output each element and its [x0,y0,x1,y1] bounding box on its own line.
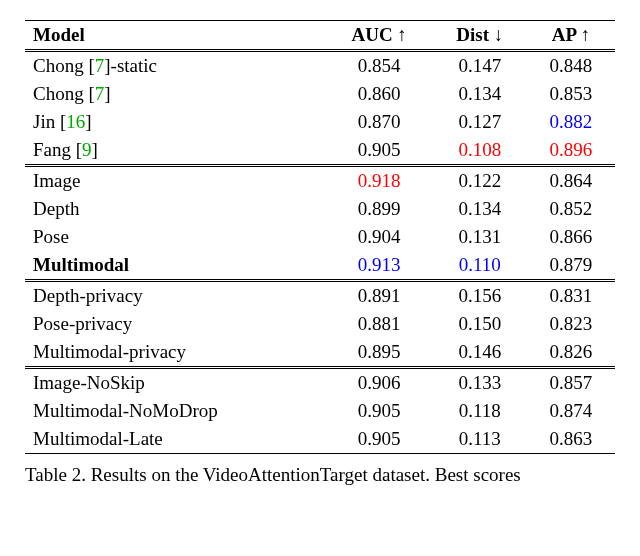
table-row: Image0.9180.1220.864 [25,166,615,196]
cell-auc: 0.895 [326,338,433,368]
cell-model: Image [25,166,326,196]
table-row: Chong [7]-static0.8540.1470.848 [25,51,615,81]
cell-dist: 0.133 [433,368,527,398]
table-row: Pose-privacy0.8810.1500.823 [25,310,615,338]
cell-model: Multimodal [25,251,326,281]
cell-dist: 0.156 [433,281,527,311]
model-text: Image-NoSkip [33,372,145,393]
table-row: Multimodal0.9130.1100.879 [25,251,615,281]
cell-model: Multimodal-privacy [25,338,326,368]
col-ap: AP ↑ [527,21,615,51]
cell-auc: 0.913 [326,251,433,281]
col-auc: AUC ↑ [326,21,433,51]
cell-ap: 0.853 [527,80,615,108]
cell-dist: 0.134 [433,195,527,223]
cell-dist: 0.134 [433,80,527,108]
model-text: Jin [ [33,111,66,132]
cell-dist: 0.118 [433,397,527,425]
cell-ap: 0.848 [527,51,615,81]
cell-model: Pose-privacy [25,310,326,338]
cell-auc: 0.854 [326,51,433,81]
model-text: Multimodal-NoMoDrop [33,400,218,421]
cell-model: Jin [16] [25,108,326,136]
table-caption: Table 2. Results on the VideoAttentionTa… [25,464,615,486]
cell-dist: 0.110 [433,251,527,281]
cell-ap: 0.879 [527,251,615,281]
model-text: ]-static [104,55,157,76]
model-text: Image [33,170,80,191]
table-header-row: Model AUC ↑ Dist ↓ AP ↑ [25,21,615,51]
cell-auc: 0.904 [326,223,433,251]
cell-ap: 0.857 [527,368,615,398]
citation-link[interactable]: 7 [95,55,105,76]
cell-auc: 0.881 [326,310,433,338]
cell-ap: 0.826 [527,338,615,368]
col-dist: Dist ↓ [433,21,527,51]
cell-auc: 0.905 [326,397,433,425]
table-row: Pose0.9040.1310.866 [25,223,615,251]
cell-ap: 0.863 [527,425,615,454]
cell-ap: 0.864 [527,166,615,196]
model-text: ] [104,83,110,104]
cell-auc: 0.905 [326,136,433,166]
cell-model: Fang [9] [25,136,326,166]
cell-ap: 0.831 [527,281,615,311]
results-table: Model AUC ↑ Dist ↓ AP ↑ Chong [7]-static… [25,20,615,454]
cell-model: Multimodal-Late [25,425,326,454]
table-row: Image-NoSkip0.9060.1330.857 [25,368,615,398]
cell-dist: 0.113 [433,425,527,454]
table-row: Multimodal-Late0.9050.1130.863 [25,425,615,454]
table-row: Multimodal-privacy0.8950.1460.826 [25,338,615,368]
model-text: Multimodal-privacy [33,341,186,362]
table-row: Chong [7]0.8600.1340.853 [25,80,615,108]
citation-link[interactable]: 7 [95,83,105,104]
model-text: Chong [ [33,83,95,104]
cell-ap: 0.882 [527,108,615,136]
col-model: Model [25,21,326,51]
cell-ap: 0.866 [527,223,615,251]
model-text: Depth [33,198,79,219]
model-text: Depth-privacy [33,285,143,306]
table-row: Depth-privacy0.8910.1560.831 [25,281,615,311]
cell-model: Pose [25,223,326,251]
cell-dist: 0.131 [433,223,527,251]
cell-auc: 0.918 [326,166,433,196]
model-text: Multimodal [33,254,129,275]
cell-auc: 0.860 [326,80,433,108]
cell-model: Chong [7]-static [25,51,326,81]
model-text: Fang [ [33,139,82,160]
citation-link[interactable]: 9 [82,139,92,160]
model-text: Pose [33,226,69,247]
model-text: Multimodal-Late [33,428,163,449]
cell-dist: 0.147 [433,51,527,81]
cell-ap: 0.823 [527,310,615,338]
cell-dist: 0.146 [433,338,527,368]
cell-ap: 0.852 [527,195,615,223]
model-text: Pose-privacy [33,313,132,334]
cell-ap: 0.896 [527,136,615,166]
cell-dist: 0.108 [433,136,527,166]
model-text: ] [92,139,98,160]
cell-model: Image-NoSkip [25,368,326,398]
table-row: Fang [9]0.9050.1080.896 [25,136,615,166]
cell-auc: 0.891 [326,281,433,311]
cell-dist: 0.122 [433,166,527,196]
cell-auc: 0.899 [326,195,433,223]
table-row: Jin [16]0.8700.1270.882 [25,108,615,136]
cell-auc: 0.870 [326,108,433,136]
cell-model: Depth [25,195,326,223]
cell-model: Depth-privacy [25,281,326,311]
cell-dist: 0.127 [433,108,527,136]
model-text: ] [85,111,91,132]
cell-ap: 0.874 [527,397,615,425]
cell-model: Chong [7] [25,80,326,108]
cell-auc: 0.905 [326,425,433,454]
cell-auc: 0.906 [326,368,433,398]
cell-dist: 0.150 [433,310,527,338]
cell-model: Multimodal-NoMoDrop [25,397,326,425]
table-row: Depth0.8990.1340.852 [25,195,615,223]
citation-link[interactable]: 16 [66,111,85,132]
table-row: Multimodal-NoMoDrop0.9050.1180.874 [25,397,615,425]
model-text: Chong [ [33,55,95,76]
